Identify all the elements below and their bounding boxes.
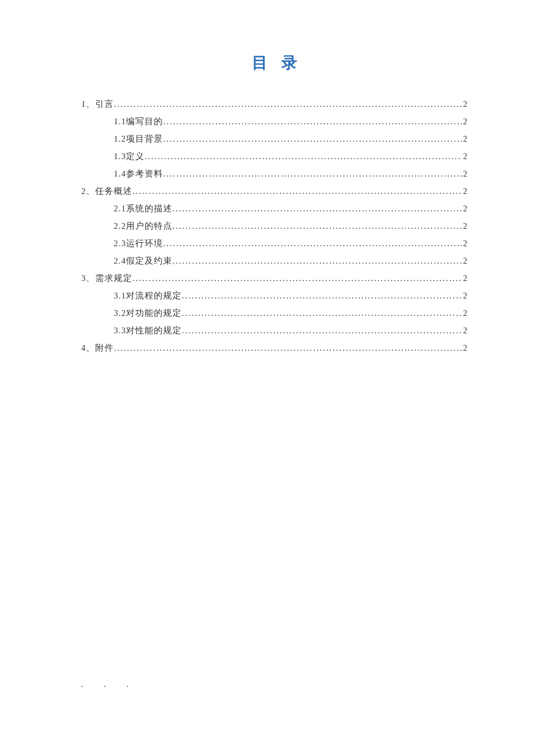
toc-entry[interactable]: 1.1编写目的2	[81, 113, 467, 130]
toc-leader-dots	[182, 304, 462, 322]
footer-dots: . . .	[81, 680, 138, 689]
toc-entry-page: 2	[462, 147, 467, 165]
toc-entry[interactable]: 3.1对流程的规定2	[81, 287, 467, 304]
toc-entry[interactable]: 2.3运行环境2	[81, 235, 467, 252]
toc-leader-dots	[114, 339, 462, 357]
toc-entry-label: 2.3运行环境	[114, 235, 163, 252]
toc-leader-dots	[163, 130, 462, 147]
toc-leader-dots	[114, 95, 462, 113]
toc-entry-page: 2	[462, 217, 467, 235]
toc-leader-dots	[172, 200, 462, 217]
toc-entry-label: 1、引言	[81, 95, 114, 113]
toc-entry-page: 2	[462, 339, 467, 357]
toc-leader-dots	[172, 217, 462, 235]
toc-entry[interactable]: 3.2对功能的规定2	[81, 304, 467, 322]
toc-entry-page: 2	[462, 130, 467, 147]
toc-entry-page: 2	[462, 252, 467, 269]
toc-entry-label: 2、任务概述	[81, 182, 132, 200]
toc-entry-page: 2	[462, 200, 467, 217]
toc-entry[interactable]: 1.4参考资料2	[81, 165, 467, 182]
toc-leader-dots	[163, 235, 462, 252]
toc-entry[interactable]: 2.4假定及约束2	[81, 252, 467, 269]
toc-entry-label: 2.1系统的描述	[114, 200, 172, 217]
toc-entry-label: 3.2对功能的规定	[114, 304, 182, 322]
toc-entry-label: 1.4参考资料	[114, 165, 163, 182]
toc-entry[interactable]: 1.2项目背景2	[81, 130, 467, 147]
toc-title: 目录	[81, 52, 467, 73]
toc-entry[interactable]: 2.1系统的描述2	[81, 200, 467, 217]
toc-entry-label: 1.2项目背景	[114, 130, 163, 147]
toc-entry-page: 2	[462, 113, 467, 130]
toc-entry[interactable]: 1.3定义2	[81, 147, 467, 165]
toc-entry[interactable]: 2、任务概述2	[81, 182, 467, 200]
toc-entry-page: 2	[462, 182, 467, 200]
toc-entry-page: 2	[462, 95, 467, 113]
document-page: 目录 1、引言21.1编写目的21.2项目背景21.3定义21.4参考资料22、…	[0, 0, 534, 357]
toc-entry-label: 3、需求规定	[81, 269, 132, 287]
toc-entry[interactable]: 3、需求规定2	[81, 269, 467, 287]
toc-entry-label: 1.1编写目的	[114, 113, 163, 130]
toc-leader-dots	[145, 147, 462, 165]
toc-entry-page: 2	[462, 165, 467, 182]
toc-leader-dots	[163, 113, 462, 130]
toc-entry-label: 4、附件	[81, 339, 114, 357]
toc-entry[interactable]: 3.3对性能的规定2	[81, 322, 467, 339]
toc-entry-page: 2	[462, 322, 467, 339]
toc-entry[interactable]: 1、引言2	[81, 95, 467, 113]
toc-leader-dots	[182, 322, 462, 339]
toc-entry-page: 2	[462, 287, 467, 304]
toc-leader-dots	[172, 252, 462, 269]
toc-entry[interactable]: 2.2用户的特点2	[81, 217, 467, 235]
toc-entry-label: 3.1对流程的规定	[114, 287, 182, 304]
toc-entry-page: 2	[462, 304, 467, 322]
toc-leader-dots	[132, 269, 462, 287]
toc-entry-label: 3.3对性能的规定	[114, 322, 182, 339]
toc-entry-label: 1.3定义	[114, 147, 145, 165]
toc-entry-label: 2.4假定及约束	[114, 252, 172, 269]
toc-leader-dots	[163, 165, 462, 182]
toc-entry-page: 2	[462, 235, 467, 252]
toc-entry-label: 2.2用户的特点	[114, 217, 172, 235]
toc-leader-dots	[132, 182, 462, 200]
toc-leader-dots	[182, 287, 462, 304]
toc-list: 1、引言21.1编写目的21.2项目背景21.3定义21.4参考资料22、任务概…	[81, 95, 467, 357]
toc-entry[interactable]: 4、附件2	[81, 339, 467, 357]
toc-entry-page: 2	[462, 269, 467, 287]
